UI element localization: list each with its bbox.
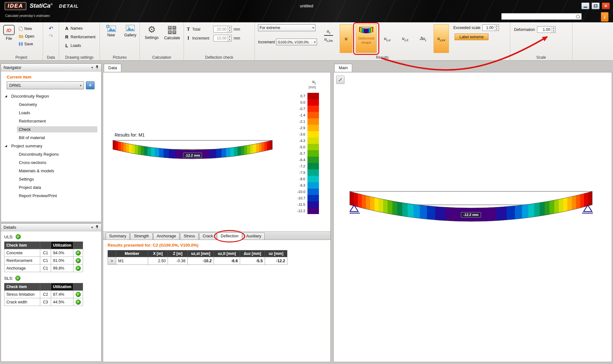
file-button[interactable]: ID File xyxy=(3,25,15,47)
tree-item-loads[interactable]: Loads xyxy=(1,108,101,117)
legend-value: -12.2 xyxy=(297,209,307,213)
legend-swatch xyxy=(307,150,319,157)
search-box[interactable] xyxy=(501,13,582,20)
increment-combo[interactable]: G100.0%, V100.0% ▾ xyxy=(276,39,317,45)
deflection-beam-visualization: -12.2 mm xyxy=(113,140,274,161)
names-toggle[interactable]: A Names xyxy=(64,25,100,32)
results-for-label: Results for: M1 xyxy=(115,132,145,137)
legend-value: -10.0 xyxy=(297,190,307,194)
save-button[interactable]: Save xyxy=(18,41,35,47)
legend-entry: -5.0 xyxy=(297,144,319,150)
ribbon-group-data: ↶ ↷ Data xyxy=(43,22,59,60)
redo-button[interactable]: ↷ xyxy=(49,34,53,39)
calculate-button[interactable]: + − × = Calculate xyxy=(163,25,181,40)
legend-entry: -6.4 xyxy=(297,157,319,163)
legend-value: -9.3 xyxy=(299,183,307,187)
tree-item-cross-sections[interactable]: Cross-sections xyxy=(1,158,101,167)
idea-logo-box: IDEA xyxy=(4,2,26,10)
tree-item-geometry[interactable]: Geometry xyxy=(1,100,101,108)
legend-entry: -12.2 xyxy=(297,208,319,214)
info-button[interactable]: i xyxy=(601,12,609,22)
new-button[interactable]: + New xyxy=(18,25,35,32)
settings-button[interactable]: ⚙ Settings xyxy=(143,25,160,40)
open-button[interactable]: Open xyxy=(18,33,35,40)
legend-value: -7.9 xyxy=(299,171,307,175)
ribbon-group-scale: Deformation 1.00 ▲▼ Scale xyxy=(510,22,572,60)
result-tab-deflection[interactable]: Deflection xyxy=(217,233,242,240)
reinforcement-toggle[interactable]: R Reinforcement xyxy=(64,33,100,40)
result-tab-stress[interactable]: Stress xyxy=(180,233,198,240)
result-tab-summary[interactable]: Summary xyxy=(106,233,130,240)
legend-swatch xyxy=(307,163,319,169)
label-extreme-button[interactable]: Label extreme xyxy=(455,33,488,40)
tab-main[interactable]: Main xyxy=(334,64,352,72)
legend-title: uz xyxy=(297,79,316,85)
tree-item-bill-of-material[interactable]: Bill of material xyxy=(1,133,101,142)
panel-dropdown-icon[interactable]: ▾ xyxy=(91,226,93,229)
result-tab-auxiliary[interactable]: Auxiliary xyxy=(243,233,265,240)
tree-item-report-preview-print[interactable]: Report Preview/Print xyxy=(1,191,101,200)
details-header: Details ▾ xyxy=(1,224,101,231)
exceeded-scale-spinner[interactable]: 1.00 ▲▼ xyxy=(482,24,499,31)
legend-entry: -7.2 xyxy=(297,163,319,169)
new-file-icon: + xyxy=(19,26,23,31)
add-item-button[interactable]: + xyxy=(86,81,95,89)
uztot-button[interactable]: uz,tot xyxy=(434,24,449,53)
fit-to-view-button[interactable] xyxy=(336,76,344,84)
current-item-combo[interactable]: DRM1 ▾ xyxy=(7,81,84,89)
deformation-spinner[interactable]: 1.00 ▲▼ xyxy=(537,26,556,33)
spinner-arrows-icon[interactable]: ▲▼ xyxy=(227,35,231,41)
legend-value: 0.7 xyxy=(300,94,307,98)
search-icon[interactable] xyxy=(575,14,580,19)
uzst-button[interactable]: uz,st xyxy=(380,24,395,53)
result-tab-crack[interactable]: Crack xyxy=(199,233,217,240)
details-row: Stress limitationC287.4%✓ xyxy=(4,291,83,298)
calculate-icon: + − × = xyxy=(168,26,176,34)
sls-section-label: SLS: ✓ xyxy=(1,273,101,282)
tree-item-reinforcement[interactable]: Reinforcement xyxy=(1,117,101,125)
tab-data[interactable]: Data xyxy=(104,64,121,72)
result-tab-anchorage[interactable]: Anchorage xyxy=(153,233,179,240)
search-input[interactable] xyxy=(502,14,575,19)
navigator-tree: ◢Discontinuity RegionGeometryLoadsReinfo… xyxy=(1,89,101,200)
pin-icon[interactable] xyxy=(95,65,99,70)
legend-value: -11.5 xyxy=(298,203,307,206)
legend-unit: [mm] xyxy=(297,85,316,89)
gallery-button[interactable]: Gallery xyxy=(122,25,139,37)
tree-item-materials-models[interactable]: Materials & models xyxy=(1,167,101,175)
tagline: Calculate yesterday's estimates xyxy=(5,14,50,18)
maximize-button[interactable] xyxy=(592,3,600,9)
picture-new-button[interactable]: New xyxy=(102,25,120,37)
row-expander[interactable]: > xyxy=(108,257,116,265)
tree-item-project-data[interactable]: Project data xyxy=(1,183,101,191)
tree-item-discontinuity-regions[interactable]: Discontinuity Regions xyxy=(1,150,101,158)
delta-uz-button[interactable]: Δuz xyxy=(416,24,430,53)
expand-icon xyxy=(338,78,343,82)
minimize-button[interactable] xyxy=(581,3,589,9)
svg-text:-12.2 mm: -12.2 mm xyxy=(185,153,200,157)
tree-item-project-summary[interactable]: ◢Project summary xyxy=(1,142,101,150)
tree-item-discontinuity-region[interactable]: ◢Discontinuity Region xyxy=(1,92,101,100)
tree-item-check[interactable]: Check xyxy=(1,125,101,133)
spinner-arrows-icon[interactable]: ▲▼ xyxy=(495,25,499,31)
loads-toggle[interactable]: L Loads xyxy=(64,42,100,49)
result-tab-strength[interactable]: Strength xyxy=(130,233,152,240)
chevron-down-icon: ▾ xyxy=(80,84,81,87)
close-button[interactable]: ✕ xyxy=(602,3,610,9)
legend-value: -5.7 xyxy=(299,152,307,155)
pin-icon[interactable] xyxy=(95,225,99,229)
extreme-combo[interactable]: For extreme ▾ xyxy=(258,24,315,31)
results-row[interactable]: >M12.50-0.36-10.2-6.6-5.5-12.2 xyxy=(108,257,287,265)
undo-button[interactable]: ↶ xyxy=(49,26,53,31)
uzlt-button[interactable]: uz,lt xyxy=(398,24,412,53)
u-button[interactable]: u xyxy=(340,24,352,53)
deformed-shape-button[interactable]: Deformed shape xyxy=(356,24,377,53)
increment-spinner[interactable]: 10.00 ▲▼ xyxy=(213,35,232,41)
spinner-arrows-icon[interactable]: ▲▼ xyxy=(227,26,231,32)
tree-item-settings[interactable]: Settings xyxy=(1,175,101,183)
uz-over-uzlim-button[interactable]: uz uz,lim xyxy=(321,26,337,45)
total-spinner[interactable]: 20.00 ▲▼ xyxy=(213,26,232,33)
legend-entry: 0.7 xyxy=(297,93,319,99)
spinner-arrows-icon[interactable]: ▲▼ xyxy=(551,26,555,33)
panel-dropdown-icon[interactable]: ▾ xyxy=(91,66,93,69)
